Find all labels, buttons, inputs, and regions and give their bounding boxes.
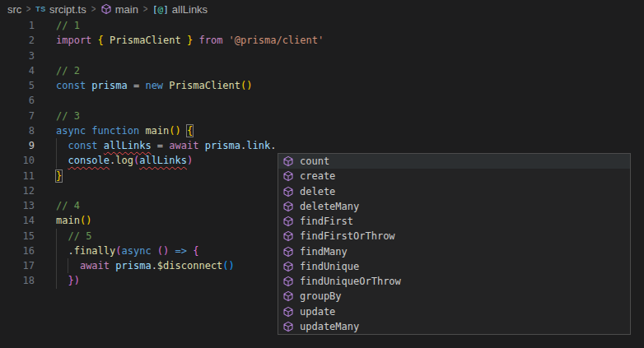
- code-token: [91, 35, 97, 46]
- code-line-text: // 1: [56, 18, 80, 33]
- method-icon: [282, 306, 294, 318]
- code-token: $disconnect: [157, 260, 222, 271]
- code-token: [169, 245, 175, 257]
- method-icon: [282, 261, 294, 272]
- code-token: [56, 155, 68, 166]
- breadcrumb-item-main[interactable]: main: [100, 3, 138, 16]
- code-token: .: [56, 245, 74, 257]
- code-token: prisma: [205, 140, 240, 151]
- autocomplete-popup: countcreatedeletedeleteManyfindFirstfind…: [278, 153, 631, 335]
- suggestion-item-deletemany[interactable]: deleteMany: [278, 199, 630, 214]
- method-icon: [282, 321, 294, 332]
- code-token: console: [68, 155, 110, 166]
- breadcrumb-label: main: [115, 3, 138, 16]
- suggestion-label: groupBy: [300, 290, 342, 302]
- code-line[interactable]: 9 const allLinks = await prisma.link.: [0, 138, 644, 153]
- code-line-text: // 4: [56, 198, 80, 213]
- suggestion-item-findmany[interactable]: findMany: [278, 244, 630, 259]
- code-line-text: const allLinks = await prisma.link.: [56, 138, 276, 153]
- breadcrumb-separator-icon: >: [91, 3, 96, 15]
- code-token: (: [115, 245, 121, 257]
- line-number: 9: [0, 138, 35, 153]
- line-number: 8: [0, 123, 35, 138]
- code-line[interactable]: 8async function main() {: [0, 123, 644, 138]
- code-token: from: [198, 35, 222, 46]
- code-token: [152, 245, 157, 257]
- code-line[interactable]: 1// 1: [0, 18, 644, 33]
- suggestion-item-delete[interactable]: delete: [278, 184, 630, 199]
- code-token: (): [157, 245, 169, 257]
- suggestion-item-findfirstorthrow[interactable]: findFirstOrThrow: [278, 229, 630, 244]
- method-icon: [282, 246, 294, 258]
- code-line[interactable]: 3: [0, 49, 644, 63]
- code-line-text: // 5: [56, 229, 91, 244]
- suggestion-item-groupby[interactable]: groupBy: [278, 289, 630, 304]
- method-icon: [282, 186, 294, 197]
- suggestion-item-create[interactable]: create: [278, 169, 630, 183]
- suggestion-item-updatemany[interactable]: updateMany: [278, 319, 630, 334]
- code-line-text: async function main() {: [56, 123, 193, 138]
- code-line-text: // 2: [56, 63, 80, 78]
- code-line-text: const prisma = new PrismaClient(): [56, 78, 252, 93]
- suggestion-item-count[interactable]: count: [278, 154, 630, 169]
- code-token: main: [145, 125, 169, 137]
- line-number: 2: [0, 33, 35, 48]
- suggestion-item-findunique[interactable]: findUnique: [278, 259, 630, 274]
- code-token: [198, 140, 204, 151]
- code-line-text: // 3: [56, 109, 80, 123]
- line-number: 3: [0, 49, 35, 63]
- code-token: function: [91, 125, 139, 137]
- line-number: 16: [0, 244, 35, 258]
- code-line[interactable]: 4// 2: [0, 63, 644, 78]
- method-icon: [282, 230, 294, 242]
- code-token: prisma: [91, 80, 127, 91]
- breadcrumb-separator-icon: >: [26, 3, 31, 15]
- suggestion-label: updateMany: [300, 321, 359, 332]
- method-icon: [282, 290, 294, 302]
- code-line-text: main(): [56, 213, 91, 228]
- breadcrumb-label: srcipt.ts: [49, 3, 86, 16]
- code-token: '@prisma/client': [229, 35, 324, 46]
- code-token: // 3: [56, 110, 80, 122]
- breadcrumb-item-srcipt-ts[interactable]: TSsrcipt.ts: [35, 3, 86, 16]
- code-token: log: [115, 155, 133, 166]
- method-icon: [282, 216, 294, 227]
- code-line-text: .finally(async () => {: [56, 244, 198, 258]
- vscode-editor-window: src>TSsrcipt.ts>main>[@]allLinks 1// 12i…: [0, 0, 644, 348]
- code-token: // 4: [56, 200, 80, 211]
- indent-guide: [56, 244, 57, 258]
- suggestion-item-update[interactable]: update: [278, 304, 630, 319]
- code-token: const: [56, 80, 86, 91]
- breadcrumb-item-alllinks[interactable]: [@]allLinks: [152, 3, 208, 16]
- code-line[interactable]: 5const prisma = new PrismaClient(): [0, 78, 644, 93]
- code-token: (): [222, 260, 234, 271]
- code-token: [222, 35, 228, 46]
- code-token: .: [152, 260, 157, 271]
- code-token: {: [187, 125, 193, 137]
- suggestion-item-findfirst[interactable]: findFirst: [278, 214, 630, 229]
- line-number: 10: [0, 153, 35, 168]
- code-token: }: [68, 275, 73, 286]
- code-token: [104, 35, 110, 46]
- method-icon: [282, 170, 294, 182]
- code-line-text: console.log(allLinks): [56, 153, 193, 168]
- suggestion-label: delete: [300, 186, 335, 197]
- breadcrumb-item-src[interactable]: src: [7, 3, 21, 16]
- code-line[interactable]: 2import { PrismaClient } from '@prisma/c…: [0, 33, 644, 48]
- line-number: 1: [0, 18, 35, 33]
- code-line[interactable]: 6: [0, 93, 644, 108]
- indent-guide: [56, 258, 57, 273]
- method-icon: [100, 3, 112, 15]
- code-token: await: [169, 140, 198, 151]
- code-line-text: }): [56, 273, 80, 288]
- indent-guide: [56, 153, 57, 168]
- code-token: main: [56, 215, 80, 226]
- suggestion-item-finduniqueorthrow[interactable]: findUniqueOrThrow: [278, 274, 630, 289]
- line-number: 17: [0, 258, 35, 273]
- code-token: PrismaClient: [169, 80, 240, 91]
- code-line-text: }: [56, 169, 62, 183]
- line-number: 18: [0, 273, 35, 288]
- suggestion-label: findMany: [300, 246, 348, 258]
- variable-icon: [@]: [152, 4, 169, 15]
- code-line[interactable]: 7// 3: [0, 109, 644, 123]
